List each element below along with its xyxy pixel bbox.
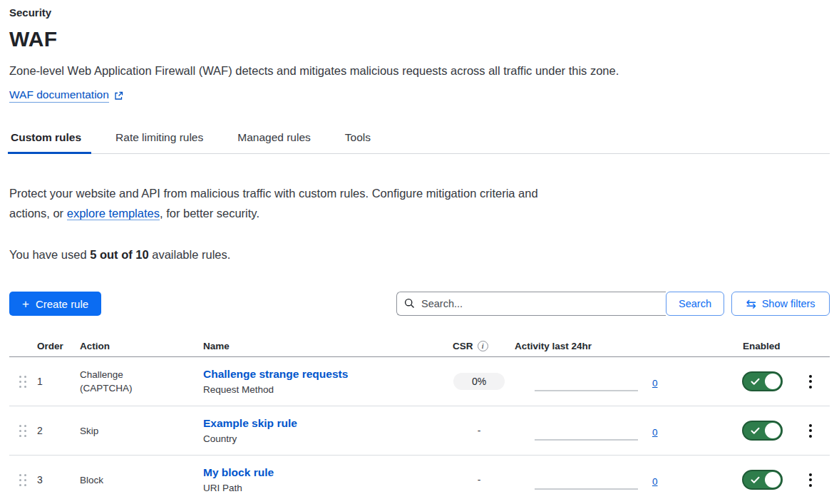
waf-tabs: Custom rules Rate limiting rules Managed… — [9, 131, 830, 154]
search-input[interactable] — [396, 292, 666, 316]
kebab-menu-icon[interactable] — [805, 372, 816, 391]
rule-name-link[interactable]: My block rule — [203, 466, 443, 480]
rule-order: 1 — [37, 376, 80, 387]
waf-documentation-link[interactable]: WAF documentation — [9, 88, 109, 103]
check-icon — [743, 471, 766, 488]
table-row: 3 Block My block rule URI Path - 0 — [9, 456, 830, 504]
check-icon — [743, 422, 766, 439]
info-icon[interactable]: i — [478, 341, 488, 351]
header-csr: CSR — [453, 341, 473, 351]
search-icon — [404, 298, 415, 312]
breadcrumb-security: Security — [9, 6, 830, 20]
page-description: Zone-level Web Application Firewall (WAF… — [9, 63, 830, 78]
toggle-knob — [765, 374, 781, 389]
enabled-toggle[interactable] — [742, 371, 783, 391]
usage-highlight: 5 out of 10 — [90, 248, 149, 261]
waf-page: Security WAF Zone-level Web Application … — [0, 0, 839, 504]
swap-arrows-icon: ⇆ — [746, 298, 756, 310]
rule-action: Skip — [80, 424, 162, 438]
tab-rate-limiting-rules[interactable]: Rate limiting rules — [114, 131, 205, 153]
custom-rules-intro: Protect your website and API from malici… — [9, 184, 538, 223]
create-rule-label: Create rule — [36, 298, 88, 310]
rules-usage-text: You have used 5 out of 10 available rule… — [9, 248, 830, 262]
header-activity: Activity last 24hr — [515, 341, 734, 351]
rule-expression-field: Country — [203, 433, 443, 446]
toggle-knob — [765, 423, 781, 438]
search-button[interactable]: Search — [666, 292, 724, 316]
table-row: 1 Challenge (CAPTCHA) Challenge strange … — [9, 357, 830, 406]
show-filters-button[interactable]: ⇆ Show filters — [731, 292, 830, 316]
usage-text-after: available rules. — [149, 248, 231, 261]
header-enabled: Enabled — [734, 341, 791, 351]
create-rule-button[interactable]: + Create rule — [9, 292, 101, 316]
rule-name-link[interactable]: Example skip rule — [203, 416, 443, 431]
kebab-menu-icon[interactable] — [805, 470, 816, 490]
table-row: 2 Skip Example skip rule Country - 0 — [9, 406, 830, 456]
csr-value: - — [478, 474, 481, 485]
intro-text-after: , for better security. — [160, 207, 259, 220]
rule-name-link[interactable]: Challenge strange requests — [203, 367, 443, 381]
show-filters-label: Show filters — [762, 298, 815, 309]
rule-expression-field: URI Path — [203, 482, 443, 495]
activity-count-link[interactable]: 0 — [652, 378, 658, 389]
plus-icon: + — [22, 298, 29, 310]
enabled-toggle[interactable] — [742, 470, 783, 490]
enabled-toggle[interactable] — [742, 421, 783, 441]
page-title: WAF — [9, 26, 830, 53]
tab-custom-rules[interactable]: Custom rules — [9, 131, 83, 153]
csr-value: - — [478, 425, 481, 436]
drag-handle-icon[interactable] — [19, 376, 26, 388]
header-action: Action — [80, 341, 203, 351]
activity-sparkline — [535, 421, 638, 441]
rule-order: 2 — [37, 425, 80, 436]
kebab-menu-icon[interactable] — [805, 421, 816, 441]
tab-managed-rules[interactable]: Managed rules — [236, 131, 312, 153]
rule-order: 3 — [37, 474, 80, 485]
rule-action: Block — [80, 473, 162, 487]
rules-toolbar: + Create rule Search ⇆ Show filters — [9, 292, 830, 316]
usage-text-before: You have used — [9, 248, 90, 261]
drag-handle-icon[interactable] — [19, 425, 26, 437]
custom-rules-table: Order Action Name CSR i Activity last 24… — [9, 334, 830, 504]
external-link-icon — [114, 91, 123, 101]
toggle-knob — [765, 472, 781, 488]
activity-sparkline — [535, 371, 638, 391]
activity-count-link[interactable]: 0 — [652, 476, 658, 487]
explore-templates-link[interactable]: explore templates — [67, 207, 160, 220]
rule-expression-field: Request Method — [203, 384, 443, 396]
activity-sparkline — [535, 470, 638, 490]
header-name: Name — [203, 341, 443, 351]
rule-action: Challenge (CAPTCHA) — [80, 368, 162, 395]
activity-count-link[interactable]: 0 — [652, 427, 658, 438]
check-icon — [743, 373, 766, 390]
table-header-row: Order Action Name CSR i Activity last 24… — [9, 334, 830, 357]
header-order: Order — [37, 341, 80, 351]
tab-tools[interactable]: Tools — [344, 131, 372, 153]
drag-handle-icon[interactable] — [19, 474, 26, 486]
csr-badge: 0% — [453, 373, 505, 390]
